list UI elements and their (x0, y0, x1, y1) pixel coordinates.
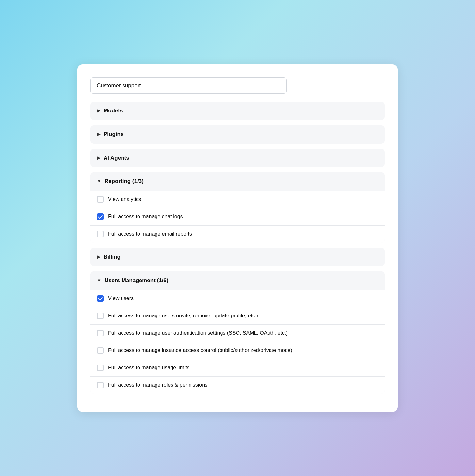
section-plugins: ▶Plugins (90, 125, 385, 144)
item-label: Full access to manage email reports (108, 231, 192, 237)
section-label-users-management: Users Management (1/6) (105, 277, 169, 284)
checkbox-users-management-5[interactable] (97, 382, 104, 388)
list-item: Full access to manage instance access co… (90, 342, 385, 359)
section-models: ▶Models (90, 102, 385, 120)
section-header-plugins[interactable]: ▶Plugins (90, 125, 385, 144)
item-label: Full access to manage users (invite, rem… (108, 313, 258, 319)
checkbox-reporting-1[interactable] (97, 213, 104, 220)
checkbox-users-management-3[interactable] (97, 347, 104, 354)
checkbox-users-management-2[interactable] (97, 330, 104, 336)
list-item: Full access to manage usage limits (90, 359, 385, 376)
chevron-right-icon: ▶ (97, 132, 100, 137)
checkbox-users-management-4[interactable] (97, 365, 104, 371)
chevron-right-icon: ▶ (97, 254, 100, 259)
item-label: Full access to manage usage limits (108, 365, 189, 371)
item-label: Full access to manage instance access co… (108, 348, 292, 353)
search-input[interactable] (90, 77, 287, 94)
section-items-users-management: View usersFull access to manage users (i… (90, 290, 385, 394)
checkbox-reporting-2[interactable] (97, 231, 104, 237)
item-label: View analytics (108, 196, 141, 202)
chevron-down-icon: ▼ (97, 179, 101, 184)
list-item: Full access to manage users (invite, rem… (90, 307, 385, 324)
section-users-management: ▼Users Management (1/6)View usersFull ac… (90, 271, 385, 394)
list-item: Full access to manage user authenticatio… (90, 324, 385, 342)
list-item: Full access to manage chat logs (90, 208, 385, 225)
section-header-billing[interactable]: ▶Billing (90, 248, 385, 266)
list-item: View analytics (90, 191, 385, 208)
checkbox-users-management-0[interactable] (97, 295, 104, 302)
item-label: Full access to manage chat logs (108, 214, 183, 220)
section-label-plugins: Plugins (104, 131, 123, 138)
section-label-ai-agents: AI Agents (104, 155, 129, 161)
checkbox-users-management-1[interactable] (97, 313, 104, 319)
sections-container: ▶Models▶Plugins▶AI Agents▼Reporting (1/3… (90, 102, 385, 394)
section-ai-agents: ▶AI Agents (90, 149, 385, 167)
section-header-models[interactable]: ▶Models (90, 102, 385, 120)
section-header-reporting[interactable]: ▼Reporting (1/3) (90, 172, 385, 191)
section-header-ai-agents[interactable]: ▶AI Agents (90, 149, 385, 167)
checkbox-reporting-0[interactable] (97, 196, 104, 203)
chevron-right-icon: ▶ (97, 108, 100, 113)
section-items-reporting: View analyticsFull access to manage chat… (90, 191, 385, 243)
section-label-reporting: Reporting (1/3) (105, 178, 144, 185)
main-card: ▶Models▶Plugins▶AI Agents▼Reporting (1/3… (77, 64, 398, 412)
section-label-billing: Billing (104, 254, 121, 260)
chevron-right-icon: ▶ (97, 155, 100, 160)
section-reporting: ▼Reporting (1/3)View analyticsFull acces… (90, 172, 385, 243)
section-header-users-management[interactable]: ▼Users Management (1/6) (90, 271, 385, 290)
list-item: Full access to manage roles & permission… (90, 376, 385, 394)
item-label: View users (108, 296, 134, 301)
item-label: Full access to manage roles & permission… (108, 382, 207, 388)
section-label-models: Models (104, 108, 123, 114)
list-item: View users (90, 290, 385, 307)
chevron-down-icon: ▼ (97, 278, 101, 283)
list-item: Full access to manage email reports (90, 225, 385, 243)
section-billing: ▶Billing (90, 248, 385, 266)
item-label: Full access to manage user authenticatio… (108, 330, 288, 336)
